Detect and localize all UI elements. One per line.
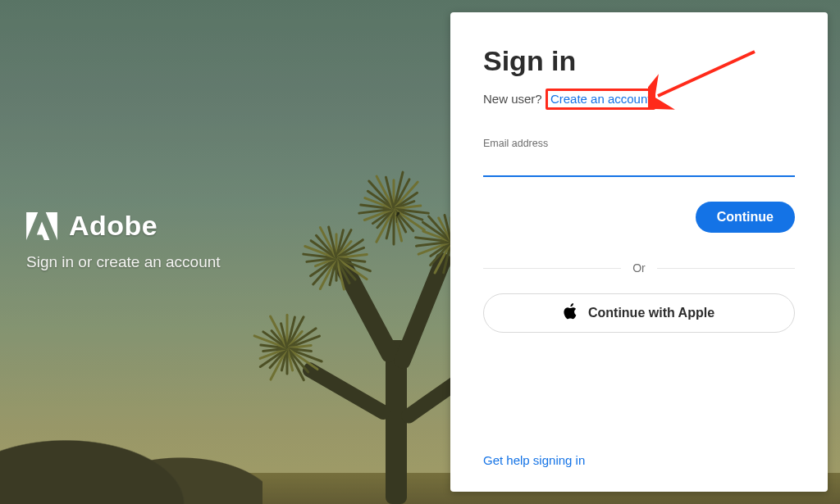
apple-icon	[564, 303, 578, 323]
continue-button[interactable]: Continue	[696, 202, 795, 233]
email-label: Email address	[483, 138, 795, 149]
leaf-tuft	[304, 225, 369, 291]
email-input[interactable]	[483, 149, 795, 177]
card-title: Sign in	[483, 45, 795, 77]
hill-silhouette	[0, 340, 262, 504]
new-user-row: New user? Create an account	[483, 89, 795, 110]
brand-name: Adobe	[69, 210, 158, 242]
help-signing-in-link[interactable]: Get help signing in	[483, 453, 795, 467]
divider: Or	[483, 261, 795, 275]
joshua-tree	[262, 225, 476, 504]
continue-with-apple-button[interactable]: Continue with Apple	[483, 293, 795, 333]
leaf-tuft	[254, 316, 320, 381]
leaf-tuft	[361, 176, 427, 242]
signin-card: Sign in New user? Create an account Emai…	[450, 12, 828, 492]
brand-tagline: Sign in or create an account	[26, 253, 221, 271]
new-user-prefix: New user?	[483, 92, 546, 106]
annotation-highlight-box: Create an account	[546, 89, 656, 110]
brand-block: Adobe Sign in or create an account	[26, 210, 221, 271]
divider-label: Or	[621, 261, 657, 275]
adobe-logo-icon	[26, 212, 57, 240]
bird-silhouette	[392, 211, 404, 225]
create-account-link[interactable]: Create an account	[550, 92, 651, 106]
apple-button-label: Continue with Apple	[588, 306, 714, 320]
